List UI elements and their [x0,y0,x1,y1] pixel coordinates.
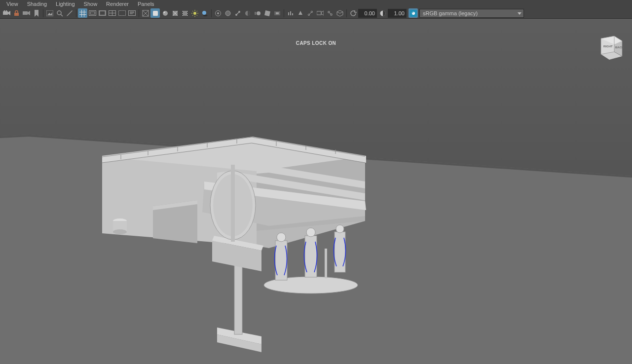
svg-point-37 [202,11,206,15]
wire-on-shaded-icon[interactable] [170,8,180,18]
svg-marker-54 [321,11,324,15]
lock-camera-icon[interactable] [12,8,21,18]
svg-rect-99 [275,241,287,280]
2d-pan-zoom-icon[interactable] [55,8,64,18]
menu-lighting[interactable]: Lighting [51,0,79,7]
toggle-poly-count-icon[interactable] [286,8,295,18]
svg-rect-5 [23,11,28,15]
view-cube[interactable]: RIGHT BACK [595,34,625,64]
svg-line-10 [61,14,63,16]
safe-title-icon[interactable] [127,8,137,18]
axis-gnomon: y x z [2,344,16,358]
svg-line-33 [192,11,193,11]
svg-rect-4 [14,13,19,16]
menu-renderer[interactable]: Renderer [102,0,133,7]
show-ik-icon[interactable] [325,8,335,18]
select-camera-icon[interactable] [2,8,11,18]
grease-pencil-icon[interactable] [65,8,74,18]
svg-point-90 [113,218,127,223]
use-default-material-icon[interactable] [160,8,170,18]
toolbar-separator [76,9,76,17]
show-lights-icon[interactable] [296,8,305,18]
show-cameras-icon[interactable] [315,8,325,18]
svg-marker-75 [102,137,257,231]
svg-rect-12 [90,12,95,14]
svg-marker-94 [204,182,366,210]
svg-point-59 [412,12,413,13]
menu-show[interactable]: Show [79,0,102,7]
svg-rect-100 [275,241,287,280]
wireframe-icon[interactable] [141,8,150,18]
svg-line-52 [309,12,311,14]
svg-point-38 [203,14,207,16]
viewport-persp[interactable]: CAPS LOCK ON persp y x z RIGHT BACK [0,19,632,364]
motion-blur-icon[interactable] [253,8,262,18]
svg-rect-21 [153,11,158,16]
show-joints-icon[interactable] [305,8,315,18]
svg-marker-110 [217,328,261,344]
panel-menubar: View Shading Lighting Show Renderer Pane… [0,0,632,8]
svg-rect-112 [234,255,242,334]
svg-point-104 [306,228,315,237]
gamma-icon[interactable] [378,8,387,18]
svg-marker-93 [202,182,365,226]
menu-view[interactable]: View [2,0,23,7]
svg-rect-108 [325,249,327,278]
svg-marker-89 [153,200,197,210]
menu-shading[interactable]: Shading [23,0,51,7]
color-management-toggle-icon[interactable] [409,8,418,18]
svg-marker-73 [0,135,632,178]
svg-text:z: z [2,355,4,358]
view-transform-dropdown[interactable]: sRGB gamma (legacy) [419,9,524,18]
isolate-select-icon[interactable] [213,8,223,18]
svg-rect-105 [335,232,345,272]
svg-marker-76 [102,142,257,246]
svg-line-35 [196,11,197,11]
xray-icon[interactable] [223,8,232,18]
caps-lock-warning: CAPS LOCK ON [296,40,336,46]
svg-marker-78 [102,137,365,171]
svg-rect-0 [3,11,8,15]
gamma-field[interactable] [388,9,407,18]
svg-line-55 [330,13,331,14]
svg-marker-74 [102,137,365,248]
grid-toggle-icon[interactable] [78,8,87,18]
svg-rect-27 [183,11,187,16]
svg-point-115 [210,171,256,240]
svg-point-98 [264,277,358,293]
svg-point-9 [57,11,61,15]
svg-rect-102 [305,236,317,277]
ssao-icon[interactable] [243,8,252,18]
textured-icon[interactable] [180,8,189,18]
svg-marker-113 [212,241,261,271]
shadows-icon[interactable] [200,8,209,18]
panel-toolbar: sRGB gamma (legacy) [0,8,632,19]
anti-alias-icon[interactable] [262,8,272,18]
show-grid-icon[interactable] [335,8,344,18]
svg-text:x: x [13,350,15,354]
use-all-lights-icon[interactable] [190,8,199,18]
svg-marker-1 [8,11,10,15]
exposure-reset-icon[interactable] [348,8,358,18]
field-chart-icon[interactable] [108,8,117,18]
chevron-down-icon [518,12,521,15]
svg-rect-91 [113,221,127,232]
exposure-field[interactable] [358,9,377,18]
smooth-shade-icon[interactable] [150,8,160,18]
viewcube-right-face[interactable]: RIGHT [603,45,613,48]
image-plane-icon[interactable] [45,8,54,18]
dof-icon[interactable] [272,8,282,18]
svg-point-116 [213,174,253,236]
viewcube-back-face[interactable]: BACK [615,46,624,49]
svg-rect-47 [264,10,270,16]
toolbar-separator [139,9,139,17]
gate-mask-icon[interactable] [98,8,107,18]
film-gate-icon[interactable] [88,8,97,18]
xray-joints-icon[interactable] [233,8,242,18]
camera-attributes-icon[interactable] [22,8,31,18]
svg-point-46 [257,11,260,15]
svg-rect-103 [305,236,317,277]
menu-panels[interactable]: Panels [133,0,159,7]
safe-action-icon[interactable] [117,8,127,18]
bookmarks-icon[interactable] [32,8,41,18]
